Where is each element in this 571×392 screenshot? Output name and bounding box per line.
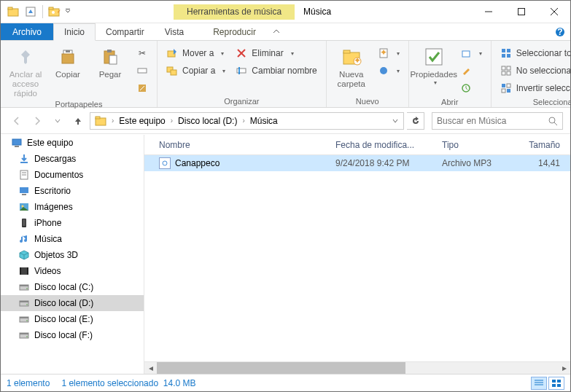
sidebar[interactable]: Este equipo DescargasDocumentosEscritori… (1, 135, 144, 374)
select-all-button[interactable]: Seleccionar todo (497, 45, 571, 61)
edit-button[interactable] (457, 63, 485, 79)
sidebar-item-objetos-3d[interactable]: Objetos 3D (1, 247, 144, 263)
check-icon (422, 45, 446, 68)
recent-dropdown[interactable] (49, 112, 66, 130)
easy-access-button[interactable]: ▾ (375, 63, 403, 79)
history-button[interactable] (457, 80, 485, 96)
select-none-button[interactable]: No seleccionar ninguno (497, 63, 571, 79)
svg-rect-15 (66, 50, 70, 52)
delete-button[interactable]: Eliminar▾ (233, 45, 319, 61)
rename-icon (236, 65, 247, 77)
column-headers[interactable]: Nombre Fecha de modifica... Tipo Tamaño (144, 135, 570, 155)
breadcrumb[interactable]: › Este equipo › Disco local (D:) › Músic… (90, 112, 404, 130)
sidebar-item-iphone[interactable]: iPhone (1, 215, 144, 231)
sidebar-root[interactable]: Este equipo (1, 135, 144, 151)
col-size[interactable]: Tamaño (515, 140, 570, 150)
maximize-button[interactable] (505, 1, 537, 23)
paste-button[interactable]: Pegar (91, 44, 129, 79)
col-name[interactable]: Nombre (153, 140, 330, 150)
open-button[interactable]: ▾ (457, 45, 485, 61)
table-row[interactable]: Canappeco9/24/2018 9:42 PMArchivo MP314,… (144, 155, 570, 171)
move-to-button[interactable]: Mover a▾ (163, 45, 228, 61)
crumb-este-equipo[interactable]: Este equipo (116, 113, 168, 129)
chevron-right-icon[interactable]: › (109, 117, 116, 125)
refresh-button[interactable] (407, 112, 424, 130)
scroll-track[interactable] (157, 362, 558, 375)
tab-reproducir[interactable]: Reproducir (203, 23, 266, 40)
sidebar-item-videos[interactable]: Videos (1, 263, 144, 279)
copy-to-button[interactable]: Copiar a▾ (163, 63, 228, 79)
sidebar-item-disco-local-f-[interactable]: Disco local (F:) (1, 327, 144, 343)
new-item-button[interactable]: ✦▾ (375, 45, 403, 61)
cube-icon (18, 249, 30, 261)
sidebar-item-im-genes[interactable]: Imágenes (1, 199, 144, 215)
svg-rect-40 (502, 54, 505, 58)
sidebar-item-m-sica[interactable]: Música (1, 231, 144, 247)
sidebar-item-disco-local-c-[interactable]: Disco local (C:) (1, 279, 144, 295)
crumb-musica[interactable]: Música (247, 113, 281, 129)
ribbon-collapse-button[interactable] (266, 23, 287, 40)
copy-icon (56, 45, 79, 68)
copy-path-button[interactable] (133, 63, 151, 79)
qat-dropdown[interactable] (64, 4, 71, 20)
properties-qat-button[interactable] (23, 4, 39, 20)
icons-view-button[interactable] (548, 377, 564, 390)
chevron-right-icon[interactable]: › (240, 117, 246, 125)
main-split: Este equipo DescargasDocumentosEscritori… (1, 135, 570, 374)
mp3-icon (159, 157, 171, 169)
cut-button[interactable]: ✂ (133, 45, 151, 61)
col-date[interactable]: Fecha de modifica... (330, 140, 436, 150)
tab-archivo[interactable]: Archivo (1, 23, 53, 40)
chevron-right-icon[interactable]: › (168, 117, 175, 125)
scroll-left-button[interactable]: ◂ (144, 362, 157, 375)
disk-icon (18, 281, 30, 293)
svg-rect-44 (502, 71, 505, 75)
breadcrumb-dropdown[interactable] (387, 117, 403, 125)
col-type[interactable]: Tipo (436, 140, 515, 150)
sidebar-item-disco-local-d-[interactable]: Disco local (D:) (1, 295, 144, 311)
back-button[interactable] (8, 112, 26, 130)
tab-inicio[interactable]: Inicio (53, 23, 96, 41)
horizontal-scrollbar[interactable]: ◂ ▸ (144, 361, 570, 374)
details-view-button[interactable] (531, 377, 547, 390)
help-button[interactable]: ? (550, 23, 570, 40)
up-button[interactable] (69, 112, 87, 130)
path-icon (136, 65, 148, 77)
pin-button[interactable]: Anclar al acceso rápido (7, 44, 44, 98)
new-folder-button[interactable]: ✦ Nueva carpeta (333, 44, 370, 89)
download-icon (18, 153, 30, 165)
sidebar-item-label: Imágenes (34, 202, 73, 212)
crumb-disco-d[interactable]: Disco local (D:) (175, 113, 240, 129)
sidebar-item-documentos[interactable]: Documentos (1, 167, 144, 183)
minimize-button[interactable] (472, 1, 505, 23)
context-tab-label: Herramientas de música (174, 4, 295, 20)
new-folder-qat-button[interactable]: ✓ (47, 4, 63, 20)
svg-point-5 (52, 11, 55, 14)
invert-selection-button[interactable]: Invertir selección (497, 80, 571, 96)
file-list[interactable]: Canappeco9/24/2018 9:42 PMArchivo MP314,… (144, 155, 570, 361)
copy-button[interactable]: Copiar (49, 44, 87, 79)
sidebar-item-disco-local-e-[interactable]: Disco local (E:) (1, 311, 144, 327)
title-bar: ✓ Herramientas de música Música (1, 1, 570, 23)
svg-rect-88 (557, 384, 561, 387)
scroll-thumb[interactable] (157, 362, 405, 375)
properties-button[interactable]: Propiedades ▾ (415, 44, 453, 86)
forward-button[interactable] (28, 112, 46, 130)
sidebar-item-escritorio[interactable]: Escritorio (1, 183, 144, 199)
search-input[interactable] (437, 116, 548, 126)
tab-compartir[interactable]: Compartir (96, 23, 155, 40)
invert-icon (500, 82, 512, 94)
svg-text:✦: ✦ (380, 48, 387, 58)
quick-access-toolbar: ✓ (1, 4, 71, 20)
svg-rect-68 (27, 267, 28, 275)
search-box[interactable] (432, 112, 563, 130)
scroll-right-button[interactable]: ▸ (558, 362, 570, 375)
paste-shortcut-button[interactable] (133, 80, 151, 96)
tab-vista[interactable]: Vista (155, 23, 194, 40)
sidebar-item-descargas[interactable]: Descargas (1, 151, 144, 167)
new-item-icon: ✦ (378, 47, 389, 59)
close-button[interactable] (537, 1, 570, 23)
rename-button[interactable]: Cambiar nombre (233, 63, 319, 79)
copy-to-label: Copiar a (182, 66, 215, 76)
folder-icon (5, 4, 21, 20)
